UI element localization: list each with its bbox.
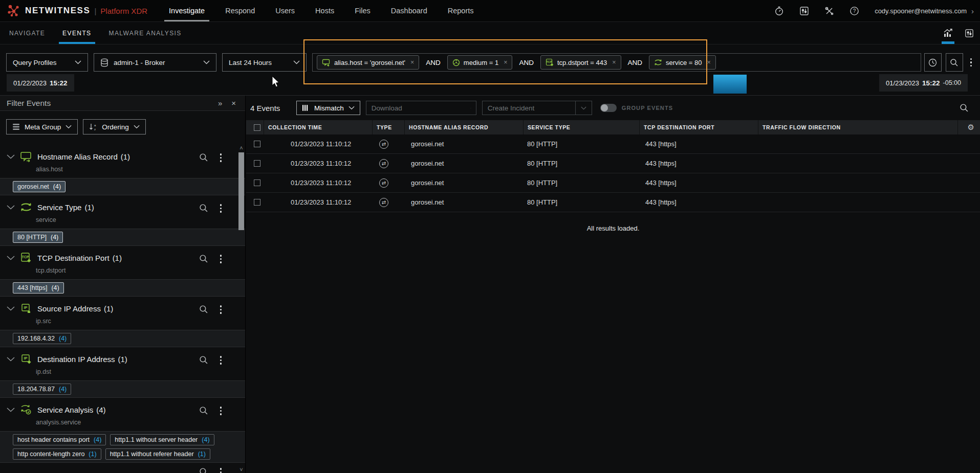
meta-value-pill[interactable]: host header contains port (4): [13, 434, 106, 445]
chevron-down-icon[interactable]: [7, 154, 15, 159]
meta-value-pill[interactable]: http content-length zero (1): [13, 448, 101, 460]
column-header-type[interactable]: TYPE: [372, 120, 404, 134]
help-icon[interactable]: ?: [850, 6, 859, 16]
event-sources-icon[interactable]: [799, 6, 809, 16]
meta-section-partial[interactable]: [0, 463, 245, 473]
chevron-down-icon[interactable]: [7, 256, 15, 260]
section-menu-kebab-icon[interactable]: [217, 354, 225, 367]
search-icon[interactable]: [199, 153, 208, 162]
query-filter-bar[interactable]: alias.host = 'gorosei.net' × AND medium …: [312, 53, 921, 72]
section-menu-kebab-icon[interactable]: [217, 151, 225, 164]
user-menu[interactable]: cody.spooner@netwitness.com ›: [875, 7, 974, 15]
meta-value-pill[interactable]: 18.204.78.87 (4): [13, 384, 71, 395]
timeline-activity-bar[interactable]: [713, 75, 747, 94]
section-menu-kebab-icon[interactable]: [217, 202, 225, 215]
close-panel-icon[interactable]: ×: [231, 99, 236, 107]
tab-navigate[interactable]: NAVIGATE: [9, 22, 45, 44]
column-header-service-type[interactable]: SERVICE TYPE: [523, 120, 639, 134]
select-all-checkbox[interactable]: [246, 120, 264, 134]
filter-panel-scrollbar[interactable]: ˄ ˅: [238, 145, 245, 473]
meta-value-pill[interactable]: http1.1 without referer header (1): [105, 448, 210, 460]
tab-malware-analysis[interactable]: MALWARE ANALYSIS: [109, 22, 182, 44]
search-icon[interactable]: [199, 406, 208, 415]
mismatch-dropdown[interactable]: Mismatch: [296, 101, 360, 115]
column-header-collection-time[interactable]: COLLECTION TIME: [264, 120, 372, 134]
column-header-tcp-destination-port[interactable]: TCP DESTINATION PORT: [639, 120, 758, 134]
row-checkbox[interactable]: [246, 179, 264, 186]
query-menu-kebab-icon[interactable]: [967, 56, 975, 69]
column-settings-gear-icon[interactable]: ⚙: [957, 120, 980, 134]
meta-section-ip-src[interactable]: IP Source IP Address (1) ip.src: [0, 297, 245, 330]
nav-item-users[interactable]: Users: [265, 0, 305, 21]
admin-tools-icon[interactable]: [824, 6, 834, 16]
section-menu-kebab-icon[interactable]: [217, 466, 225, 473]
event-row[interactable]: 01/23/2023 11:10:12 ⇄ gorosei.net 80 [HT…: [246, 173, 980, 193]
section-menu-kebab-icon[interactable]: [217, 404, 225, 417]
nav-item-dashboard[interactable]: Dashboard: [381, 0, 438, 21]
filter-pill-alias-host[interactable]: alias.host = 'gorosei.net' ×: [317, 55, 419, 70]
column-header-hostname-alias[interactable]: HOSTNAME ALIAS RECORD: [404, 120, 523, 134]
scrollbar-thumb[interactable]: [238, 152, 244, 230]
meta-group-dropdown[interactable]: Meta Group: [6, 119, 78, 134]
query-search-button[interactable]: [946, 53, 963, 72]
row-checkbox[interactable]: [246, 160, 264, 167]
download-dropdown[interactable]: Download: [366, 101, 476, 115]
remove-filter-icon[interactable]: ×: [504, 59, 507, 66]
scroll-down-icon[interactable]: ˅: [238, 466, 245, 472]
event-row[interactable]: 01/23/2023 11:10:12 ⇄ gorosei.net 80 [HT…: [246, 154, 980, 173]
meta-section-tcp-dstport[interactable]: TCP TCP Destination Port (1) tcp.dstport: [0, 246, 245, 279]
query-profiles-dropdown[interactable]: Query Profiles: [6, 53, 88, 72]
meta-value-pill[interactable]: 80 [HTTP] (4): [13, 232, 63, 243]
nav-item-reports[interactable]: Reports: [438, 0, 484, 21]
search-icon[interactable]: [199, 204, 208, 213]
filter-pill-medium[interactable]: medium = 1 ×: [447, 55, 513, 70]
nav-item-hosts[interactable]: Hosts: [305, 0, 344, 21]
search-icon[interactable]: [199, 305, 208, 314]
events-preferences-icon[interactable]: [965, 22, 974, 44]
broker-dropdown[interactable]: admin-1 - Broker: [94, 53, 216, 72]
group-events-toggle[interactable]: [600, 104, 617, 112]
create-incident-menu[interactable]: [575, 101, 592, 115]
stopwatch-icon[interactable]: [774, 6, 784, 16]
console-time-icon[interactable]: [924, 53, 942, 72]
chevron-down-icon[interactable]: [7, 205, 15, 210]
meta-section-service-analysis[interactable]: Service Analysis (4) analysis.service: [0, 398, 245, 431]
row-checkbox[interactable]: [246, 141, 264, 147]
column-header-traffic-flow-direction[interactable]: TRAFFIC FLOW DIRECTION: [758, 120, 957, 134]
filter-pill-service[interactable]: service = 80 ×: [649, 55, 716, 70]
section-title: Service Type: [37, 203, 81, 212]
remove-filter-icon[interactable]: ×: [707, 59, 710, 66]
section-menu-kebab-icon[interactable]: [217, 303, 225, 316]
event-row[interactable]: 01/23/2023 11:10:12 ⇄ gorosei.net 80 [HT…: [246, 134, 980, 154]
row-checkbox[interactable]: [246, 199, 264, 206]
nav-item-files[interactable]: Files: [344, 0, 381, 21]
meta-section-hostname-alias[interactable]: Hostname Alias Record (1) alias.host: [0, 145, 245, 178]
meta-value-pill[interactable]: 443 [https] (4): [13, 282, 64, 294]
tab-events[interactable]: EVENTS: [62, 22, 91, 44]
search-icon[interactable]: [199, 254, 208, 263]
meta-section-service-type[interactable]: Service Type (1) service: [0, 195, 245, 229]
ordering-dropdown[interactable]: a z Ordering: [83, 119, 146, 134]
chevron-down-icon[interactable]: [7, 306, 15, 311]
meta-value-pill[interactable]: http1.1 without server header (4): [110, 434, 214, 445]
meta-section-ip-dst[interactable]: IP Destination IP Address (1) ip.dst: [0, 347, 245, 380]
filter-pill-tcp-dstport[interactable]: TCP tcp.dstport = 443 ×: [540, 55, 621, 70]
create-incident-button[interactable]: Create Incident: [482, 101, 592, 115]
search-icon[interactable]: [199, 355, 208, 365]
meta-value-pill[interactable]: 192.168.4.32 (4): [13, 333, 71, 344]
collapse-panel-icon[interactable]: »: [218, 99, 222, 107]
events-chart-view-icon[interactable]: [943, 22, 953, 44]
events-search-icon[interactable]: [960, 103, 969, 112]
nav-item-respond[interactable]: Respond: [215, 0, 265, 21]
remove-filter-icon[interactable]: ×: [612, 59, 616, 66]
meta-value-pill[interactable]: gorosei.net (4): [13, 181, 66, 192]
nav-item-investigate[interactable]: Investigate: [159, 0, 215, 21]
section-menu-kebab-icon[interactable]: [217, 253, 225, 265]
chevron-down-icon[interactable]: [7, 408, 15, 412]
event-row[interactable]: 01/23/2023 11:10:12 ⇄ gorosei.net 80 [HT…: [246, 193, 980, 212]
remove-filter-icon[interactable]: ×: [410, 59, 414, 66]
chevron-down-icon[interactable]: [7, 357, 15, 362]
search-icon[interactable]: [199, 467, 208, 473]
scroll-up-icon[interactable]: ˄: [238, 145, 245, 151]
time-range-dropdown[interactable]: Last 24 Hours: [222, 53, 307, 72]
